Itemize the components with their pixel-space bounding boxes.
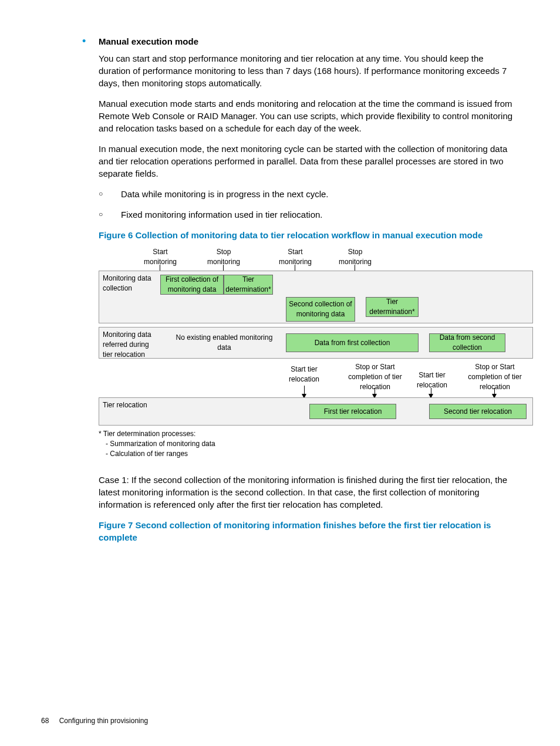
band-label: Tier relocation [103,400,147,410]
workflow-diagram: Start monitoring Stop monitoring Start m… [99,247,533,426]
list-item-text: Data while monitoring is in progress in … [121,188,329,200]
band-monitoring-collection: Monitoring data collection First collect… [99,271,533,323]
footnote-title: * Tier determination processes: [99,429,519,439]
bullet-heading: Manual execution mode [99,35,198,48]
label-stop-monitoring-1: Stop monitoring [203,247,244,267]
box-tier-determination-1: Tier determination* [224,275,273,295]
figure-caption: Figure 6 Collection of monitoring data t… [99,229,513,241]
label-start-tier-relocation-1: Start tier relocation [281,364,328,384]
box-second-collection: Second collection of monitoring data [286,297,355,322]
band-label: Monitoring data referred during tier rel… [103,330,160,359]
label-start-monitoring-1: Start monitoring [140,247,181,267]
box-tier-determination-2: Tier determination* [366,297,419,317]
box-data-second-collection: Data from second collection [429,333,505,352]
band-tier-relocation: Tier relocation First tier relocation Se… [99,397,533,426]
footnote-line: - Calculation of tier ranges [99,449,519,459]
paragraph: Manual execution mode starts and ends mo… [99,97,513,134]
circle-bullet-icon: ○ [99,188,121,200]
box-no-existing-data: No existing enabled monitoring data [176,333,273,352]
box-data-first-collection: Data from first collection [286,333,419,352]
label-start-tier-relocation-2: Start tier relocation [409,370,456,390]
box-second-tier-relocation: Second tier relocation [429,404,527,419]
paragraph: Case 1: If the second collection of the … [99,474,513,511]
section-title: Configuring thin provisioning [59,717,148,725]
label-start-monitoring-2: Start monitoring [275,247,316,267]
paragraph: You can start and stop performance monit… [99,52,513,89]
diagram-mid-labels: Start tier relocation Stop or Start comp… [99,362,533,397]
circle-bullet-icon: ○ [99,208,121,221]
list-item: ○ Data while monitoring is in progress i… [99,188,519,200]
document-page: • Manual execution mode You can start an… [0,0,560,746]
footnote: * Tier determination processes: - Summar… [99,429,519,458]
bullet-item: • Manual execution mode [82,35,519,48]
diagram-top-labels: Start monitoring Stop monitoring Start m… [99,247,533,271]
page-footer: 68 Configuring thin provisioning [41,716,148,726]
band-label: Monitoring data collection [103,274,160,293]
box-first-collection: First collection of monitoring data [160,275,224,295]
page-number: 68 [41,716,49,726]
bullet-icon: • [82,35,99,48]
list-item-text: Fixed monitoring information used in tie… [121,208,323,221]
paragraph: In manual execution mode, the next monit… [99,143,513,180]
footnote-line: - Summarization of monitoring data [99,439,519,449]
label-stop-start-relocation-1: Stop or Start completion of tier relocat… [343,362,407,391]
label-stop-monitoring-2: Stop monitoring [335,247,376,267]
box-first-tier-relocation: First tier relocation [309,404,396,419]
band-monitoring-referred: Monitoring data referred during tier rel… [99,327,533,359]
list-item: ○ Fixed monitoring information used in t… [99,208,519,221]
figure-caption: Figure 7 Second collection of monitoring… [99,519,513,544]
sub-list: ○ Data while monitoring is in progress i… [99,188,519,221]
label-stop-start-relocation-2: Stop or Start completion of tier relocat… [463,362,527,391]
